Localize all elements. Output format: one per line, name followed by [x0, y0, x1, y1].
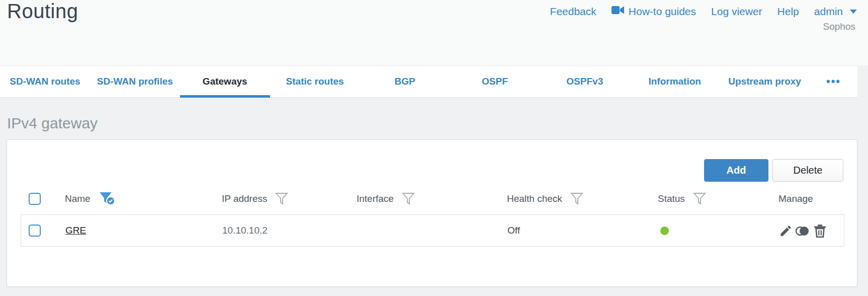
column-header-interface: Interface [357, 193, 394, 204]
section-title: IPv4 gateway [7, 115, 98, 132]
tab-ospf[interactable]: OSPF [450, 66, 540, 97]
gateway-health-check: Off [507, 225, 520, 236]
admin-user-label: admin [814, 6, 843, 18]
column-header-ip-address: IP address [222, 193, 267, 204]
tab-sd-wan-profiles[interactable]: SD-WAN profiles [90, 66, 180, 97]
row-checkbox[interactable] [29, 225, 41, 237]
tab-bar: SD-WAN routes SD-WAN profiles Gateways S… [0, 65, 857, 98]
tab-static-routes[interactable]: Static routes [270, 66, 360, 97]
delete-button[interactable]: Delete [772, 159, 843, 182]
log-viewer-label: Log viewer [711, 6, 762, 18]
column-header-health-check: Health check [507, 193, 562, 204]
column-header-status: Status [658, 193, 685, 204]
ipv4-gateway-card: Add Delete Name IP address Interface [7, 139, 857, 287]
filter-icon[interactable] [275, 192, 288, 205]
select-all-checkbox[interactable] [29, 193, 41, 205]
status-up-indicator [660, 227, 669, 235]
feedback-link-label: Feedback [550, 6, 596, 18]
admin-user-menu[interactable]: admin [814, 6, 857, 18]
edit-icon[interactable] [779, 224, 793, 238]
tab-gateways[interactable]: Gateways [180, 66, 270, 97]
table-row: GRE 10.10.10.2 Off [21, 214, 844, 247]
chevron-down-icon [850, 10, 857, 14]
tab-upstream-proxy[interactable]: Upstream proxy [720, 66, 810, 97]
filter-icon[interactable] [402, 192, 415, 205]
filter-icon[interactable] [693, 192, 706, 205]
help-link[interactable]: Help [777, 6, 799, 18]
page-title: Routing [7, 0, 78, 23]
add-button[interactable]: Add [704, 159, 768, 182]
tab-bgp[interactable]: BGP [360, 66, 450, 97]
tab-more-ellipsis[interactable]: ••• [810, 66, 857, 97]
video-camera-icon [612, 5, 625, 18]
filter-icon[interactable] [570, 192, 583, 205]
how-to-guides-link[interactable]: How-to guides [612, 5, 696, 18]
help-label: Help [777, 6, 799, 18]
tab-ospfv3[interactable]: OSPFv3 [540, 66, 630, 97]
brand-text: Sophos [823, 21, 855, 32]
delete-trash-icon[interactable] [814, 224, 826, 238]
header-band: Routing Feedback How-to guides Log viewe… [0, 0, 868, 65]
table-header-row: Name IP address Interface Health check [21, 187, 844, 211]
how-to-guides-label: How-to guides [629, 6, 696, 18]
toolbar: Add Delete [704, 159, 843, 182]
gateway-ip-address: 10.10.10.2 [222, 225, 268, 236]
log-viewer-link[interactable]: Log viewer [711, 6, 762, 18]
clone-icon[interactable] [796, 224, 811, 238]
top-links: Feedback How-to guides Log viewer Help a… [550, 5, 857, 18]
column-header-name: Name [65, 193, 91, 204]
filter-active-icon[interactable] [99, 191, 116, 206]
tab-sd-wan-routes[interactable]: SD-WAN routes [0, 66, 90, 97]
column-header-manage: Manage [778, 193, 813, 204]
gateway-name-link[interactable]: GRE [65, 225, 86, 236]
tab-information[interactable]: Information [630, 66, 720, 97]
feedback-link[interactable]: Feedback [550, 6, 596, 18]
